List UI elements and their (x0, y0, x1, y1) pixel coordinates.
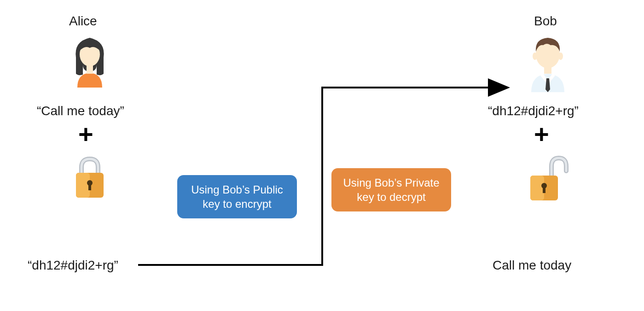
alice-name-label: Alice (69, 14, 97, 29)
svg-rect-11 (530, 176, 544, 200)
encrypt-callout: Using Bob’s Public key to encrypt (177, 175, 297, 218)
decrypt-callout: Using Bob’s Private key to decrypt (331, 168, 451, 211)
alice-plaintext: “Call me today” (37, 104, 124, 118)
svg-point-4 (558, 53, 563, 60)
plus-icon: + (534, 119, 549, 149)
svg-rect-1 (87, 65, 93, 74)
svg-rect-7 (76, 173, 90, 198)
unlocked-padlock-icon (525, 154, 571, 205)
alice-avatar-icon (69, 32, 110, 88)
alice-ciphertext: “dh12#djdi2+rg” (28, 258, 118, 273)
svg-rect-5 (544, 67, 551, 74)
bob-plaintext: Call me today (493, 258, 571, 273)
bob-ciphertext: “dh12#djdi2+rg” (488, 104, 579, 118)
svg-rect-9 (88, 183, 91, 190)
plus-icon: + (78, 119, 93, 149)
svg-point-3 (533, 53, 537, 60)
bob-name-label: Bob (534, 14, 557, 29)
bob-avatar-icon (525, 32, 571, 92)
svg-rect-13 (543, 186, 545, 193)
locked-padlock-icon (71, 154, 108, 200)
